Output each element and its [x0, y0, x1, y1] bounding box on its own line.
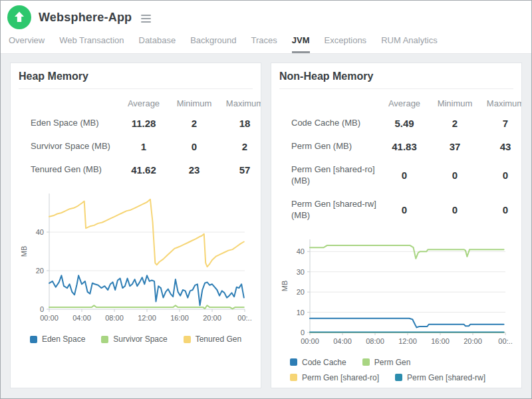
svg-text:0: 0 [40, 305, 44, 313]
tab-exceptions[interactable]: Exceptions [325, 35, 367, 53]
heap-memory-panel: Heap Memory Average Minimum Maximum Eden… [10, 63, 261, 388]
heap-stats-table: Average Minimum Maximum Eden Space (MB) … [19, 93, 261, 182]
max-value: 18 [219, 118, 261, 129]
legend-item[interactable]: Tenured Gen [184, 334, 241, 344]
min-value: 0 [169, 141, 219, 152]
min-value: 0 [430, 204, 480, 215]
svg-text:20:00: 20:00 [464, 337, 482, 345]
avg-value: 5.49 [379, 118, 430, 129]
legend-label: Perm Gen [shared-ro] [302, 373, 379, 382]
tab-overview[interactable]: Overview [9, 35, 45, 53]
tab-traces[interactable]: Traces [251, 35, 277, 53]
max-value: 2 [219, 141, 261, 152]
col-header-average: Average [379, 98, 430, 108]
app-status-icon[interactable] [7, 5, 31, 29]
row-label: Perm Gen [shared-rw] (MB) [279, 199, 379, 221]
table-header-row: Average Minimum Maximum [279, 93, 521, 112]
svg-text:20:00: 20:00 [203, 314, 221, 322]
legend-label: Survivor Space [113, 334, 167, 344]
svg-text:00:..: 00:.. [237, 314, 251, 322]
legend-item[interactable]: Code Cache [290, 358, 346, 367]
legend-item[interactable]: Survivor Space [101, 334, 167, 344]
avg-value: 11.28 [118, 118, 169, 129]
app-header: Websphere-App [1, 1, 531, 31]
svg-text:12:00: 12:00 [138, 314, 156, 322]
legend-swatch [30, 336, 37, 343]
table-row: Perm Gen [shared-rw] (MB) 0 0 0 [279, 193, 521, 227]
svg-text:40: 40 [297, 247, 305, 255]
svg-text:04:00: 04:00 [72, 314, 91, 322]
avg-value: 1 [118, 141, 169, 152]
tab-background[interactable]: Background [190, 35, 236, 53]
legend-item[interactable]: Perm Gen [shared-ro] [290, 373, 379, 382]
max-value: 7 [480, 118, 521, 129]
legend-label: Perm Gen [shared-rw] [407, 373, 485, 382]
table-row: Code Cache (MB) 5.49 2 7 [279, 112, 521, 135]
legend-swatch [290, 374, 297, 381]
legend-label: Tenured Gen [196, 334, 241, 344]
table-row: Tenured Gen (MB) 41.62 23 57 [19, 158, 261, 182]
min-value: 2 [430, 118, 480, 129]
max-value: 0 [480, 204, 521, 215]
table-row: Perm Gen [shared-ro] (MB) 0 0 0 [279, 158, 521, 193]
legend-swatch [184, 336, 191, 343]
heap-panel-title: Heap Memory [19, 70, 253, 89]
svg-text:40: 40 [36, 228, 44, 236]
up-arrow-icon [7, 5, 31, 29]
nonheap-panel-title: Non-Heap Memory [279, 70, 513, 89]
col-header-maximum: Maximum [480, 98, 521, 108]
svg-text:00:..: 00:.. [498, 337, 512, 345]
svg-text:0: 0 [301, 329, 305, 336]
svg-text:16:00: 16:00 [431, 337, 450, 345]
legend-label: Code Cache [302, 358, 346, 367]
table-header-row: Average Minimum Maximum [19, 93, 261, 112]
svg-text:30: 30 [297, 267, 305, 275]
min-value: 37 [430, 141, 480, 152]
heap-memory-chart: 0204000:0004:0008:0012:0016:0020:0000:..… [19, 188, 254, 329]
row-label: Code Cache (MB) [279, 118, 379, 129]
legend-swatch [362, 358, 370, 366]
row-label: Perm Gen [shared-ro] (MB) [279, 164, 379, 187]
row-label: Eden Space (MB) [19, 118, 118, 129]
min-value: 0 [430, 170, 480, 181]
col-header-minimum: Minimum [169, 98, 219, 108]
tab-database[interactable]: Database [139, 35, 176, 53]
svg-text:00:00: 00:00 [301, 337, 319, 345]
legend-label: Perm Gen [374, 358, 411, 367]
avg-value: 0 [379, 204, 430, 215]
legend-label: Eden Space [42, 334, 85, 344]
tab-jvm[interactable]: JVM [292, 35, 310, 53]
table-row: Eden Space (MB) 11.28 2 18 [19, 112, 261, 135]
tab-web-transaction[interactable]: Web Transaction [59, 35, 124, 53]
nonheap-chart-legend: Code CachePerm GenPerm Gen [shared-ro]Pe… [290, 358, 511, 382]
legend-item[interactable]: Perm Gen [362, 358, 411, 367]
nonheap-memory-panel: Non-Heap Memory Average Minimum Maximum … [271, 63, 522, 388]
legend-item[interactable]: Perm Gen [shared-rw] [395, 373, 485, 382]
min-value: 2 [169, 118, 219, 129]
row-label: Perm Gen (MB) [279, 141, 379, 152]
legend-swatch [290, 358, 297, 366]
svg-text:MB: MB [20, 246, 28, 257]
svg-text:04:00: 04:00 [333, 337, 352, 345]
legend-item[interactable]: Eden Space [30, 334, 85, 344]
page-title: Websphere-App [39, 11, 132, 25]
tab-rum-analytics[interactable]: RUM Analytics [381, 35, 438, 53]
svg-text:00:00: 00:00 [40, 314, 59, 322]
row-label: Tenured Gen (MB) [19, 164, 118, 176]
max-value: 57 [219, 164, 261, 176]
svg-text:10: 10 [297, 308, 305, 316]
max-value: 43 [480, 141, 521, 152]
avg-value: 41.62 [118, 164, 169, 176]
app-window: Websphere-App Overview Web Transaction D… [0, 0, 532, 399]
col-header-average: Average [118, 98, 169, 108]
legend-swatch [101, 336, 108, 343]
menu-icon[interactable] [141, 13, 151, 23]
svg-text:08:00: 08:00 [366, 337, 384, 345]
tab-bar: Overview Web Transaction Database Backgr… [1, 31, 531, 54]
legend-swatch [395, 374, 402, 381]
table-row: Perm Gen (MB) 41.83 37 43 [279, 135, 521, 158]
nonheap-memory-chart: 01020304000:0004:0008:0012:0016:0020:000… [279, 234, 515, 352]
row-label: Survivor Space (MB) [19, 141, 118, 152]
svg-text:08:00: 08:00 [105, 314, 124, 322]
heap-chart-legend: Eden SpaceSurvivor SpaceTenured Gen [19, 334, 253, 344]
